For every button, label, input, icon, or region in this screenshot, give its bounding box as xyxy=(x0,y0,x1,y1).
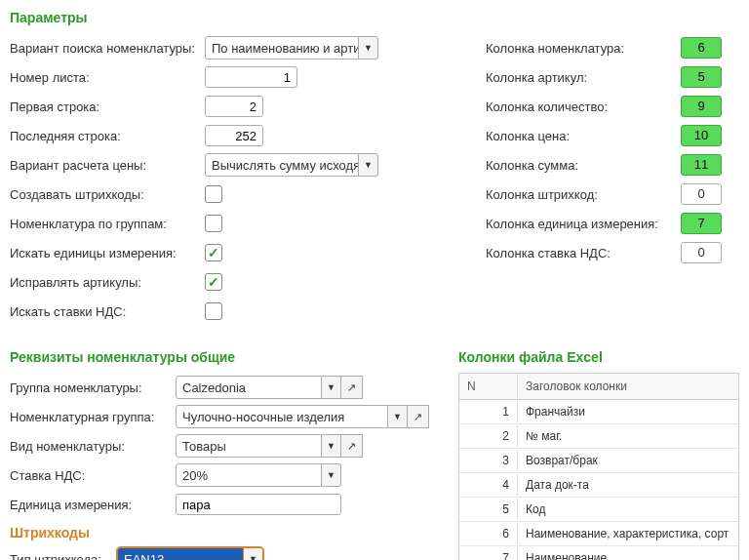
requisites-title: Реквизиты номенклатуры общие xyxy=(10,349,439,365)
nomgroup-select[interactable]: Чулочно-носочные изделия ▼ ↗ xyxy=(176,405,429,428)
groups-checkbox[interactable] xyxy=(205,215,222,232)
dropdown-icon[interactable]: ▼ xyxy=(359,36,378,60)
search-units-label: Искать единицы измерения: xyxy=(10,246,205,260)
col-article-label: Колонка артикул: xyxy=(486,70,681,85)
col-sum-input[interactable]: 11 xyxy=(681,154,722,176)
table-cell-n: 5 xyxy=(459,499,518,520)
dropdown-icon[interactable]: ▼ xyxy=(244,547,263,560)
vat-value[interactable]: 20% xyxy=(176,463,322,487)
dropdown-icon[interactable]: ▼ xyxy=(322,376,341,399)
dropdown-icon[interactable]: ▼ xyxy=(322,463,341,487)
table-row[interactable]: 1Франчайзи xyxy=(459,400,738,424)
table-cell-title: Код xyxy=(518,499,738,520)
col-article-input[interactable]: 5 xyxy=(681,66,722,88)
table-cell-title: № маг. xyxy=(518,425,738,447)
create-barcodes-checkbox[interactable] xyxy=(205,185,222,203)
search-units-checkbox[interactable] xyxy=(205,244,222,261)
groups-label: Номенклатура по группам: xyxy=(10,217,205,231)
table-header-col: Заголовок колонки xyxy=(518,374,738,399)
vat-label: Ставка НДС: xyxy=(10,468,176,483)
create-barcodes-label: Создавать штрихкоды: xyxy=(10,187,205,202)
table-row[interactable]: 7Наименование xyxy=(459,546,738,560)
excel-title: Колонки файла Excel xyxy=(458,349,739,365)
col-nomen-label: Колонка номенклатура: xyxy=(486,41,681,56)
table-cell-title: Возврат/брак xyxy=(518,450,738,471)
first-row-input[interactable] xyxy=(205,96,263,117)
barcodes-title: Штрихкоды xyxy=(10,525,439,540)
price-calc-value[interactable]: Вычислять сумму исходя xyxy=(205,153,359,177)
type-value[interactable]: Товары xyxy=(176,434,322,458)
search-vat-label: Искать ставки НДС: xyxy=(10,304,205,319)
group-label: Группа номенклатуры: xyxy=(10,380,176,395)
unit-input[interactable] xyxy=(176,494,341,515)
type-select[interactable]: Товары ▼ ↗ xyxy=(176,434,363,458)
table-cell-n: 6 xyxy=(459,523,518,544)
first-row-label: Первая строка: xyxy=(10,100,205,114)
barcode-type-select[interactable]: EAN13 ▼ xyxy=(117,547,263,560)
bottom-right: Колонки файла Excel N Заголовок колонки … xyxy=(458,345,739,560)
col-unit-label: Колонка единица измерения: xyxy=(486,217,681,231)
barcode-type-value[interactable]: EAN13 xyxy=(117,547,244,560)
col-nomen-input[interactable]: 6 xyxy=(681,37,722,59)
col-vat-input[interactable]: 0 xyxy=(681,242,722,263)
unit-label: Единица измерения: xyxy=(10,498,176,512)
table-header-n: N xyxy=(459,374,518,399)
last-row-label: Последняя строка: xyxy=(10,129,205,143)
barcode-type-label: Тип штрихкода: xyxy=(10,552,117,561)
sheet-input[interactable] xyxy=(205,66,297,88)
table-cell-title: Наименование xyxy=(518,547,738,560)
table-row[interactable]: 3Возврат/брак xyxy=(459,449,738,473)
search-variant-label: Вариант поиска номенклатуры: xyxy=(10,41,205,56)
params-title: Параметры xyxy=(10,10,739,25)
price-calc-label: Вариант расчета цены: xyxy=(10,158,205,173)
table-cell-title: Дата док-та xyxy=(518,474,738,496)
top-section: Вариант поиска номенклатуры: По наименов… xyxy=(10,33,739,326)
vat-select[interactable]: 20% ▼ xyxy=(176,463,341,487)
col-qty-label: Колонка количество: xyxy=(486,100,681,114)
table-cell-title: Франчайзи xyxy=(518,401,738,422)
last-row-input[interactable] xyxy=(205,125,263,146)
table-cell-n: 7 xyxy=(459,547,518,560)
excel-columns-table: N Заголовок колонки 1Франчайзи2№ маг.3Во… xyxy=(458,373,739,560)
col-price-input[interactable]: 10 xyxy=(681,125,722,146)
col-barcode-input[interactable]: 0 xyxy=(681,183,722,205)
nomgroup-value[interactable]: Чулочно-носочные изделия xyxy=(176,405,388,428)
table-row[interactable]: 4Дата док-та xyxy=(459,473,738,498)
right-column: Колонка номенклатура: 6 Колонка артикул:… xyxy=(486,33,739,326)
col-qty-input[interactable]: 9 xyxy=(681,96,722,117)
sheet-label: Номер листа: xyxy=(10,70,205,85)
bottom-left: Реквизиты номенклатуры общие Группа номе… xyxy=(10,345,439,560)
group-select[interactable]: Calzedonia ▼ ↗ xyxy=(176,376,363,399)
left-column: Вариант поиска номенклатуры: По наименов… xyxy=(10,33,417,326)
table-header: N Заголовок колонки xyxy=(459,374,738,400)
open-icon[interactable]: ↗ xyxy=(408,405,429,428)
col-sum-label: Колонка сумма: xyxy=(486,158,681,173)
type-label: Вид номенклатуры: xyxy=(10,439,176,454)
table-row[interactable]: 6Наименование, характеристика, сорт xyxy=(459,522,738,546)
col-price-label: Колонка цена: xyxy=(486,129,681,143)
table-body: 1Франчайзи2№ маг.3Возврат/брак4Дата док-… xyxy=(459,400,738,560)
col-barcode-label: Колонка штрихкод: xyxy=(486,187,681,202)
open-icon[interactable]: ↗ xyxy=(341,434,363,458)
table-row[interactable]: 5Код xyxy=(459,498,738,522)
table-row[interactable]: 2№ маг. xyxy=(459,424,738,449)
table-cell-n: 4 xyxy=(459,474,518,496)
dropdown-icon[interactable]: ▼ xyxy=(322,434,341,458)
table-cell-title: Наименование, характеристика, сорт xyxy=(518,523,738,544)
fix-articles-label: Исправлять артикулы: xyxy=(10,275,205,290)
price-calc-select[interactable]: Вычислять сумму исходя ▼ xyxy=(205,153,378,177)
nomgroup-label: Номенклатурная группа: xyxy=(10,410,176,424)
dropdown-icon[interactable]: ▼ xyxy=(388,405,408,428)
fix-articles-checkbox[interactable] xyxy=(205,273,222,291)
group-value[interactable]: Calzedonia xyxy=(176,376,322,399)
search-variant-value[interactable]: По наименованию и артикулу xyxy=(205,36,359,60)
table-cell-n: 1 xyxy=(459,401,518,422)
col-vat-label: Колонка ставка НДС: xyxy=(486,246,681,260)
col-unit-input[interactable]: 7 xyxy=(681,213,722,234)
dropdown-icon[interactable]: ▼ xyxy=(359,153,378,177)
open-icon[interactable]: ↗ xyxy=(341,376,363,399)
table-cell-n: 3 xyxy=(459,450,518,471)
search-vat-checkbox[interactable] xyxy=(205,302,222,320)
table-cell-n: 2 xyxy=(459,425,518,447)
search-variant-select[interactable]: По наименованию и артикулу ▼ xyxy=(205,36,378,60)
